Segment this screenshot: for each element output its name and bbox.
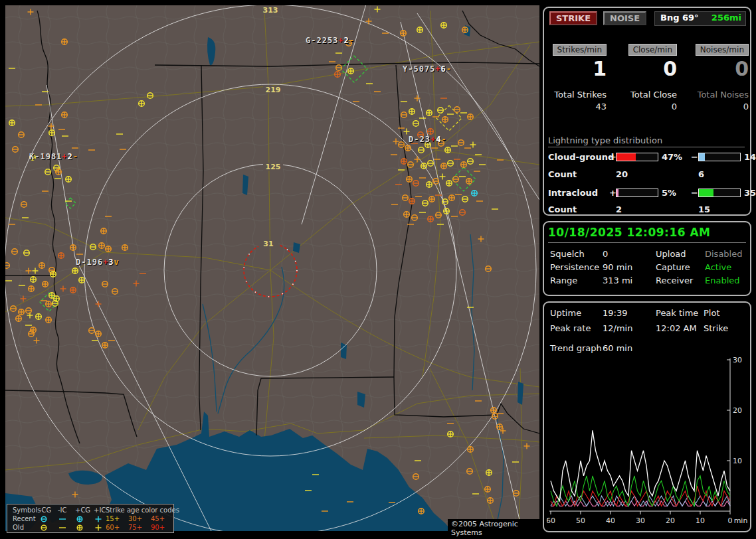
uptime-label: Uptime (550, 308, 581, 318)
storm-cell-label-d-23: D-23+4- (409, 135, 447, 144)
intracloud-label: Intracloud (548, 188, 598, 198)
strike-symbol-P (56, 169, 62, 175)
map-canvas: 31321912531 (5, 5, 539, 531)
trend-series-pink (551, 501, 730, 506)
peak-rate-value: 12/min (603, 323, 632, 333)
legend-symbols-title: Symbols (13, 506, 41, 514)
strike-toggle-button[interactable]: STRIKE (549, 11, 597, 25)
cg-plus-pct: 47% (662, 152, 682, 162)
strike-symbol-P (462, 27, 468, 33)
x-tick-label: 60 (547, 516, 555, 525)
strike-symbol-P (445, 147, 451, 153)
strike-symbol-P (31, 277, 37, 283)
noises-per-min-button[interactable]: Noises/min (696, 44, 749, 56)
strike-symbol-M (41, 525, 47, 530)
receiver-label: Receiver (656, 275, 693, 285)
range-setting-value: 313 mi (603, 275, 632, 285)
legend-neg-cg-icon (39, 515, 48, 523)
strike-symbol-P (36, 314, 42, 320)
uptime-value: 19:39 (603, 308, 627, 318)
strike-symbol-P (58, 253, 64, 259)
legend-col-header: -CG (39, 506, 51, 514)
cloud-ground-row: Cloud-ground + 47% − 14% (544, 152, 753, 162)
strike-map[interactable]: 31321912531 G-2253+2-Y-5075+6-D-23+4-K-1… (5, 5, 539, 531)
status-panel: 10/18/2025 12:09:16 AM Squelch 0 Upload … (543, 221, 751, 296)
legend-col-header: +IC (94, 506, 106, 514)
strike-symbol-P (46, 317, 52, 323)
minus-sign: − (691, 152, 698, 162)
strike-symbol-P (421, 163, 427, 169)
strike-symbol-p (96, 525, 102, 531)
range-value: 256mi (711, 13, 741, 23)
x-tick-label: 40 (606, 516, 615, 525)
x-tick-label: 0 (728, 516, 733, 525)
strike-symbol-P (99, 243, 105, 249)
strike-symbol-P (448, 431, 454, 437)
x-tick-label: 20 (666, 516, 675, 525)
strike-symbol-P (19, 309, 25, 315)
ic-plus-pct: 5% (662, 188, 676, 198)
copyright-text: ©2005 Astrogenic Systems (448, 519, 539, 538)
counts-panel: STRIKE NOISE Bng 69° 256mi Strikes/min 1… (543, 7, 751, 216)
strike-symbol-P (446, 181, 452, 187)
strikes-per-min-value: 1 (548, 57, 607, 80)
x-tick-label: 30 (636, 516, 645, 525)
strike-symbol-P (77, 516, 82, 522)
noises-per-min-value: 0 (690, 57, 749, 80)
legend-age-title: Strike age color codes (106, 506, 179, 514)
total-noises-label: Total Noises (690, 90, 749, 100)
strike-symbol-P (43, 281, 48, 287)
strike-symbol-P (96, 331, 102, 337)
plot-label: Plot (704, 308, 720, 318)
x-tick-label: 50 (576, 516, 585, 525)
noise-toggle-button[interactable]: NOISE (603, 11, 646, 25)
storm-cell-label-y-5075: Y-5075+6- (403, 64, 452, 74)
strike-symbol-P (16, 316, 22, 322)
count-label: Count (548, 169, 577, 179)
strike-symbol-P (39, 263, 45, 269)
total-strikes-value: 43 (548, 102, 607, 112)
y-tick-label: 10 (733, 457, 742, 465)
legend-age-code: 45+ (151, 515, 165, 522)
legend-pos-ic-icon (94, 515, 103, 523)
lightning-detector-app: 31321912531 G-2253+2-Y-5075+6-D-23+4-K-1… (0, 0, 756, 539)
close-column: Close/min 0 Total Close 0 (618, 42, 677, 112)
strike-symbol-P (122, 245, 128, 251)
close-per-min-value: 0 (618, 57, 677, 80)
strike-symbol-P (29, 286, 35, 292)
count-label: Count (548, 204, 577, 214)
strikes-per-min-button[interactable]: Strikes/min (553, 44, 607, 56)
cg-minus-bar (698, 153, 741, 161)
legend-neg-ic-icon (58, 515, 67, 523)
close-per-min-button[interactable]: Close/min (628, 44, 677, 56)
strike-symbol-P (9, 120, 15, 126)
strike-symbol-P (444, 208, 450, 214)
strike-symbol-P (407, 177, 413, 183)
cloud-ground-label: Cloud-ground (548, 152, 614, 162)
strike-symbol-P (426, 182, 432, 188)
strike-symbol-p (96, 516, 102, 522)
legend-age-code: 90+ (151, 524, 165, 531)
cg-plus-count: 20 (616, 169, 628, 179)
x-tick-label: 10 (696, 516, 705, 525)
strike-symbol-P (70, 245, 76, 251)
strike-symbol-P (72, 268, 78, 274)
legend-neg-cg-icon (39, 524, 48, 532)
strike-symbol-P (409, 109, 415, 115)
strike-symbol-P (348, 68, 354, 74)
strikes-column: Strikes/min 1 Total Strikes 43 (548, 42, 607, 112)
strike-symbol-P (401, 31, 407, 37)
strike-symbol-P (66, 177, 72, 183)
ic-minus-count: 15 (698, 204, 710, 214)
strike-symbol-P (428, 129, 434, 135)
strike-symbol-P (468, 447, 474, 453)
strike-symbol-P (77, 525, 82, 530)
strike-symbol-P (49, 130, 55, 136)
y-tick-label: 30 (733, 357, 742, 364)
strike-symbol-P (62, 39, 68, 45)
x-axis-unit: min (734, 516, 748, 525)
storm-cell-label-g-2253: G-2253+2- (306, 36, 355, 45)
legend-col-header: -IC (58, 506, 67, 514)
storm-cell-label-d-196: D-196+3v (76, 258, 120, 267)
total-noises-value: 0 (690, 102, 749, 112)
